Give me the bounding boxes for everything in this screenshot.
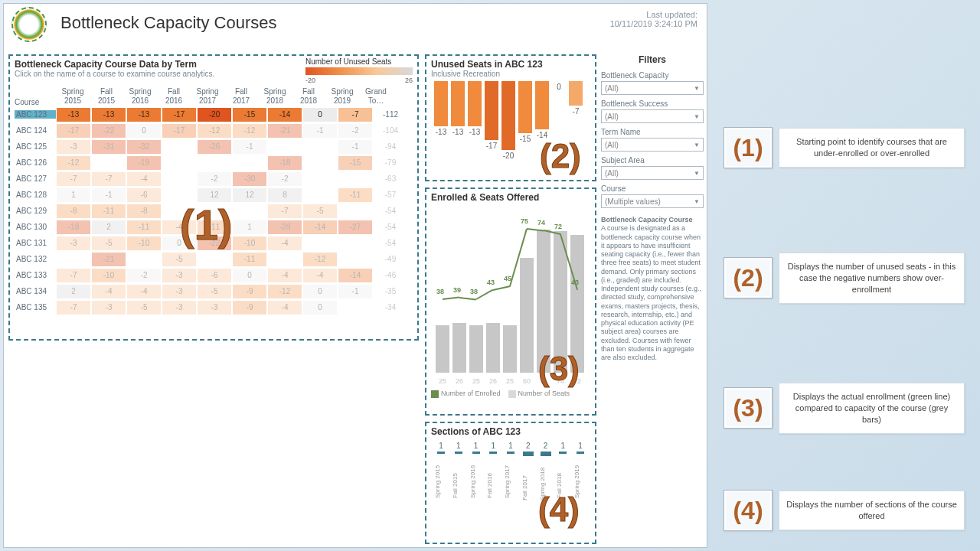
section-value: 1 [469,442,483,450]
section-value: 2 [539,442,553,450]
chevron-down-icon: ▼ [694,113,700,120]
line-point-label: 38 [436,288,444,295]
filter-select[interactable]: (All)▼ [601,138,704,152]
filter-select[interactable]: (All)▼ [601,109,704,123]
heatmap-row[interactable]: ABC 130-182-11-4-111-28-14-27-54 [15,219,413,235]
heatmap-cell: -20 [198,108,231,122]
section-bar [507,452,514,454]
heatmap-cell: -13 [127,108,161,122]
heatmap-legend: Number of Unused Seats -20 26 [305,57,413,84]
heatmap-cell [268,253,302,266]
callout-text: Displays the actual enrollment (green li… [779,383,965,434]
heatmap-row-header[interactable]: ABC 123 [15,110,56,119]
heatmap-cell: -14 [303,220,337,234]
heatmap-row[interactable]: ABC 123-13-13-13-17-20-15-140-7-112 [15,106,413,122]
heatmap-row[interactable]: ABC 126-12-19-18-15-79 [15,155,413,171]
heatmap-cell: -15 [338,156,372,170]
heatmap-row[interactable]: ABC 124-17-220-17-12-12-21-1-2-104 [15,122,413,139]
callout-2: (2) Displays the number of unused seats … [724,253,965,304]
heatmap-cell: -2 [198,172,231,186]
heatmap-cell [162,188,196,202]
bar-seats-label: 25 [469,377,484,385]
heatmap-cell: -63 [374,172,407,186]
heatmap-col-header: Spring2016 [123,87,157,106]
heatmap-cell: -21 [268,124,302,138]
heatmap-cell: 8 [268,188,302,202]
heatmap-row-header[interactable]: ABC 133 [15,271,56,279]
heatmap-row-header[interactable]: ABC 124 [15,126,56,135]
section-value: 1 [573,442,587,450]
heatmap-row-header[interactable]: ABC 132 [15,255,56,263]
heatmap-row-header[interactable]: ABC 131 [15,239,56,247]
heatmap-row[interactable]: ABC 129-8-11-8-7-5-54 [15,203,413,219]
section-bar [437,452,445,454]
heatmap-cell: -30 [233,172,266,186]
heatmap-row-header[interactable]: ABC 128 [15,191,56,199]
dashboard-body: Bottleneck Capacity Course Data by Term … [4,47,707,547]
filters-panel: Filters Bottleneck Capacity(All)▼Bottlen… [601,54,704,362]
section-bar [523,452,534,456]
heatmap-cell: -21 [92,253,126,266]
heatmap-row-header[interactable]: ABC 129 [15,207,56,215]
line-segment [476,289,494,300]
filter-select[interactable]: (Multiple values)▼ [601,194,704,208]
bar-label: -13 [449,128,466,136]
heatmap-cell: -54 [374,220,407,234]
heatmap-row-header[interactable]: ABC 126 [15,158,56,167]
enrolled-legend: Number of Enrolled Number of Seats [431,390,590,398]
heatmap-row[interactable]: ABC 132-21-5-11-12-49 [15,251,413,267]
heatmap-cell: -22 [92,124,126,138]
section-value: 1 [486,442,500,450]
heatmap-cell: -17 [57,124,90,138]
heatmap-cell [338,301,372,315]
heatmap-cell [198,204,231,218]
heatmap-row-header[interactable]: ABC 135 [15,303,56,311]
heatmap-row[interactable]: ABC 131-3-5-100-22-10-4-54 [15,235,413,251]
bar-seats-label: 72 [570,377,585,385]
heatmap-cell: 0 [233,269,266,282]
filters-description: Bottleneck Capacity Course A course is d… [601,216,704,362]
unused-title: Unused Seats in ABC 123 [431,59,590,70]
heatmap-cell: -57 [374,188,407,202]
bar-seats-label: 60 [519,377,534,385]
bar [468,81,482,126]
heatmap-row-header[interactable]: ABC 127 [15,174,56,183]
heatmap-cell: -6 [198,269,231,282]
heatmap-cell [338,236,372,250]
heatmap-cell [92,156,126,170]
heatmap-row[interactable]: ABC 133-7-10-2-3-60-4-4-14-46 [15,267,413,283]
heatmap-cell [338,253,372,266]
section-bar [455,452,462,454]
heatmap-cell: 0 [303,108,337,122]
section-col: 2Spring 2018 [539,442,553,458]
heatmap-cell: -11 [233,253,266,266]
unused-subtitle: Inclusive Recreation [431,70,590,78]
heatmap-row-header[interactable]: ABC 125 [15,142,56,151]
heatmap-row-header[interactable]: ABC 130 [15,223,56,231]
bar-seats [486,323,500,373]
heatmap-row[interactable]: ABC 127-7-7-4-2-30-2-63 [15,171,413,187]
bar [451,81,465,126]
heatmap-cell: -6 [127,188,161,202]
heatmap-row[interactable]: ABC 1342-4-4-3-5-9-120-1-35 [15,283,413,299]
heatmap-cell: -26 [198,140,231,154]
heatmap-cell: -3 [57,140,90,154]
heatmap-cell: -12 [268,285,302,298]
heatmap-cell: -8 [127,204,161,218]
filter-select[interactable]: (All)▼ [601,81,704,95]
heatmap-row[interactable]: ABC 125-3-31-32-26-1-1-94 [15,139,413,155]
heatmap-cell: -22 [198,236,231,250]
section-value: 1 [556,442,570,450]
bar-seats [452,323,466,373]
heatmap-cell: -1 [338,140,372,154]
heatmap-row[interactable]: ABC 135-7-3-5-3-3-9-40-34 [15,299,413,315]
heatmap-row[interactable]: ABC 1281-1-612128-11-57 [15,187,413,203]
heatmap-col-header: GrandTo… [359,87,393,106]
heatmap-row-header[interactable]: ABC 134 [15,287,56,295]
heatmap-cell: 1 [233,220,266,234]
section-bar [541,452,551,456]
heatmap-cell: -5 [198,285,231,298]
bar-seats [570,235,584,373]
filter-select[interactable]: (All)▼ [601,166,704,180]
bar-seats-label: 26 [485,377,501,385]
